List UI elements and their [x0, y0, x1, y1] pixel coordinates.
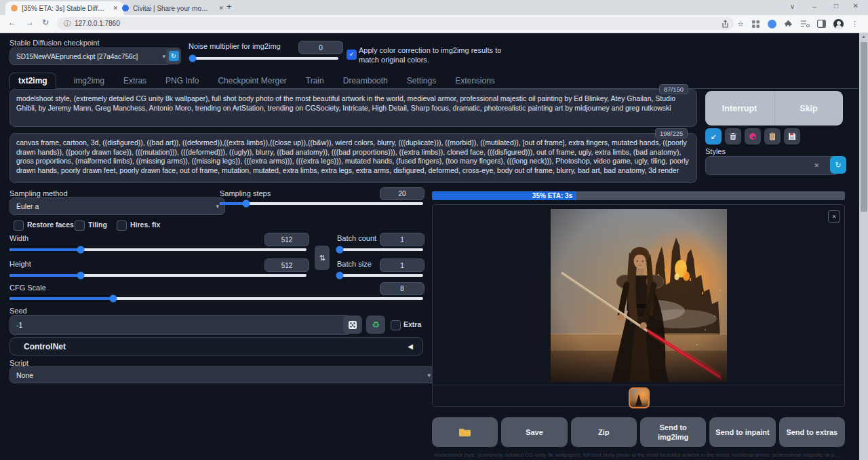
script-value: None — [16, 371, 33, 379]
site-info-icon[interactable]: ⓘ — [64, 19, 71, 28]
restore-faces-label: Restore faces — [27, 221, 74, 229]
tab-extensions[interactable]: Extensions — [454, 73, 496, 88]
controlnet-accordion[interactable]: ControlNet ◀ — [9, 337, 423, 356]
window-chevron-icon[interactable]: ∨ — [790, 3, 795, 10]
slider-knob[interactable] — [109, 295, 117, 303]
generated-image[interactable] — [551, 209, 727, 382]
send-to-img2img-button[interactable]: Send to img2img — [640, 417, 706, 447]
skip-button[interactable]: Skip — [774, 91, 843, 126]
slider-knob[interactable] — [77, 246, 85, 254]
reload-icon[interactable]: ↻ — [42, 18, 49, 27]
height-slider[interactable] — [9, 274, 307, 277]
tab-train[interactable]: Train — [304, 73, 326, 88]
tab-img2img[interactable]: img2img — [73, 73, 106, 88]
dropdown-caret-icon: ▾ — [427, 372, 431, 379]
browser-tab-stable-diffusion[interactable]: [35% ETA: 3s] Stable Diffusion ✕ — [5, 1, 123, 15]
width-label: Width — [9, 234, 28, 242]
negative-prompt-textarea[interactable]: canvas frame, cartoon, 3d, ((disfigured)… — [9, 133, 697, 183]
close-preview-button[interactable]: ✕ — [828, 210, 840, 223]
slider-knob[interactable] — [189, 55, 197, 62]
browser-tab-civitai[interactable]: Civitai | Share your models ✕ — [117, 1, 229, 15]
tab-checkpoint-merger[interactable]: Checkpoint Merger — [216, 73, 288, 88]
styles-dropdown[interactable]: ✕ ▾ — [705, 156, 839, 175]
page-scrollbar[interactable]: ▲ — [859, 33, 868, 460]
output-buttons-row: SaveZipSend to img2imgSend to inpaintSen… — [432, 417, 845, 447]
cfg-scale-input[interactable]: 8 — [380, 282, 425, 295]
side-panel-icon[interactable] — [817, 20, 826, 28]
interrupt-button[interactable]: Interrupt — [705, 91, 774, 126]
width-slider[interactable] — [9, 248, 307, 251]
batch-size-slider[interactable] — [337, 274, 423, 277]
save-button[interactable]: Save — [501, 417, 567, 447]
refresh-styles-button[interactable]: ↻ — [830, 156, 846, 174]
slider-knob[interactable] — [77, 272, 85, 280]
forward-icon[interactable]: → — [26, 18, 34, 27]
reuse-seed-button[interactable]: ♻ — [366, 315, 385, 334]
prompt-textarea[interactable]: modelshoot style, (extremely detailed CG… — [9, 89, 697, 127]
scrollbar-thumb[interactable] — [861, 42, 867, 212]
screen: [35% ETA: 3s] Stable Diffusion ✕ Civitai… — [0, 0, 868, 460]
gallery-thumbnail-selected[interactable] — [629, 387, 650, 408]
back-icon[interactable]: ← — [8, 18, 16, 27]
script-dropdown[interactable]: None ▾ — [9, 366, 437, 383]
sampling-method-label: Sampling method — [9, 189, 68, 197]
share-icon[interactable] — [721, 20, 730, 28]
clear-styles-icon[interactable]: ✕ — [814, 162, 819, 169]
extra-networks-button[interactable] — [745, 128, 761, 145]
app-tabs: txt2imgimg2imgExtrasPNG InfoCheckpoint M… — [9, 73, 859, 89]
window-close-button[interactable]: ✕ — [853, 2, 859, 9]
seed-input[interactable]: -1 — [9, 315, 351, 335]
tab-png-info[interactable]: PNG Info — [164, 73, 200, 88]
batch-size-input[interactable]: 1 — [380, 258, 425, 272]
save-style-button[interactable] — [784, 128, 800, 145]
cfg-scale-slider[interactable] — [9, 297, 423, 300]
bookmark-star-icon[interactable]: ☆ — [737, 20, 744, 28]
send-to-extras-button[interactable]: Send to extras — [779, 417, 845, 447]
sampling-method-dropdown[interactable]: Euler a ▾ — [9, 197, 225, 215]
slider-knob[interactable] — [336, 246, 344, 254]
clear-prompt-button[interactable] — [725, 128, 741, 145]
noise-multiplier-input[interactable]: 0 — [298, 41, 343, 54]
generate-button-group: Interrupt Skip — [705, 91, 843, 126]
profile-avatar[interactable] — [833, 19, 844, 29]
scrollbar-up-icon[interactable]: ▲ — [861, 34, 866, 39]
tab-settings[interactable]: Settings — [406, 73, 437, 88]
width-input[interactable]: 512 — [264, 233, 309, 246]
apps-grid-icon[interactable] — [751, 20, 760, 28]
swap-dimensions-button[interactable]: ⇅ — [315, 246, 330, 270]
browser-menu-icon[interactable]: ⋮ — [851, 20, 859, 28]
slider-knob[interactable] — [243, 200, 250, 208]
random-seed-button[interactable] — [343, 315, 362, 334]
seed-extra-checkbox[interactable] — [391, 320, 401, 330]
tab-dreambooth[interactable]: Dreambooth — [342, 73, 389, 88]
checkpoint-dropdown[interactable]: SD15NewVAEpruned.ckpt [27a4ac756c] ▾ — [9, 47, 172, 65]
zip-button[interactable]: Zip — [571, 417, 637, 447]
height-input[interactable]: 512 — [264, 258, 309, 272]
extensions-puzzle-icon[interactable] — [784, 20, 793, 28]
open-folder-button[interactable] — [432, 417, 498, 447]
window-maximize-button[interactable]: □ — [834, 2, 838, 9]
address-bar[interactable]: ⓘ 127.0.0.1:7860 — [57, 17, 734, 30]
extension-badge-icon[interactable] — [768, 20, 776, 28]
noise-multiplier-slider[interactable] — [191, 57, 338, 60]
paste-params-button[interactable]: ↙ — [705, 128, 722, 145]
batch-count-input[interactable]: 1 — [380, 233, 425, 246]
reading-list-icon[interactable] — [800, 20, 810, 28]
send-to-inpaint-button[interactable]: Send to inpaint — [709, 417, 775, 447]
batch-count-slider[interactable] — [337, 248, 423, 251]
tiling-checkbox[interactable] — [75, 221, 85, 231]
tab-txt2img[interactable]: txt2img — [9, 73, 56, 89]
tab-extras[interactable]: Extras — [122, 73, 148, 88]
slider-knob[interactable] — [336, 272, 344, 280]
refresh-checkpoint-button[interactable]: ↻ — [166, 47, 181, 64]
new-tab-button[interactable]: + — [226, 1, 232, 12]
color-correction-checkbox[interactable]: ✓ — [347, 50, 357, 60]
tab-close-icon[interactable]: ✕ — [218, 5, 224, 12]
apply-style-button[interactable] — [764, 128, 781, 145]
sampling-steps-input[interactable]: 20 — [380, 187, 425, 200]
checkpoint-value: SD15NewVAEpruned.ckpt [27a4ac756c] — [16, 53, 138, 60]
hires-fix-checkbox[interactable] — [117, 221, 127, 231]
restore-faces-checkbox[interactable] — [14, 221, 24, 231]
sampling-steps-slider[interactable] — [220, 202, 423, 205]
window-minimize-button[interactable]: – — [812, 2, 816, 10]
